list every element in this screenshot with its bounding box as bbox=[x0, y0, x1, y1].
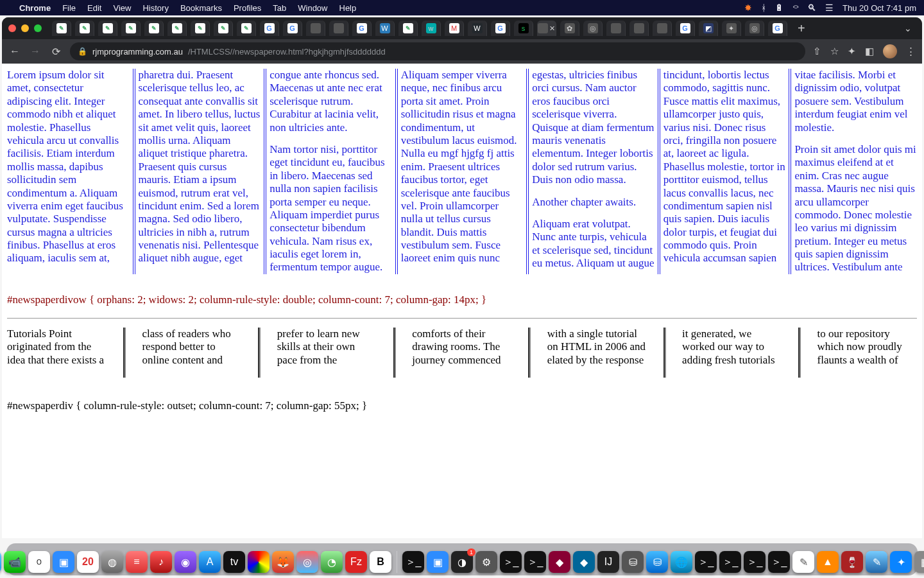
control-center-icon[interactable]: ☰ bbox=[825, 3, 834, 13]
new-tab-button[interactable]: + bbox=[791, 21, 812, 36]
menu-profiles[interactable]: Profiles bbox=[234, 3, 261, 13]
battery-icon[interactable]: 🔋︎ bbox=[775, 3, 784, 13]
tab-overflow-menu-icon[interactable]: ⌄ bbox=[900, 23, 916, 33]
browser-tab[interactable]: ◎ bbox=[745, 21, 764, 36]
lock-icon[interactable]: 🔒 bbox=[78, 47, 87, 56]
window-minimize-icon[interactable] bbox=[21, 24, 29, 32]
wifi-icon[interactable]: ⌔ bbox=[793, 3, 798, 13]
address-bar[interactable]: 🔒 rjmprogramming.com.au/HTMLCSS//newspap… bbox=[70, 42, 805, 60]
menu-tab[interactable]: Tab bbox=[273, 3, 286, 13]
dock-app-term[interactable]: ＞_ bbox=[768, 551, 790, 573]
side-panel-icon[interactable]: ◧ bbox=[865, 46, 874, 57]
dock-app-shell[interactable]: ＞_ bbox=[524, 551, 546, 573]
browser-tab[interactable]: M bbox=[445, 21, 464, 36]
dock-app-db[interactable]: ⛁ bbox=[646, 551, 668, 573]
browser-tab[interactable]: G bbox=[352, 21, 372, 36]
dock-app-opera[interactable]: O bbox=[28, 551, 50, 573]
menu-bookmarks[interactable]: Bookmarks bbox=[180, 3, 222, 13]
menu-file[interactable]: File bbox=[62, 3, 76, 13]
browser-tab[interactable] bbox=[329, 21, 348, 36]
bookmark-star-icon[interactable]: ☆ bbox=[830, 46, 839, 57]
dock-app-ide[interactable]: ◆ bbox=[573, 551, 595, 573]
dock-app-chrome[interactable]: ◎ bbox=[296, 551, 318, 573]
browser-tab[interactable]: s bbox=[514, 21, 533, 36]
browser-tab[interactable]: ✎ bbox=[237, 21, 256, 36]
tab-close-icon[interactable]: ✕ bbox=[549, 24, 555, 33]
dock-app-tool[interactable]: ⚙ bbox=[475, 551, 497, 573]
browser-tab[interactable]: ◎ bbox=[583, 21, 603, 36]
menu-edit[interactable]: Edit bbox=[87, 3, 101, 13]
dock-app-tv[interactable]: tv bbox=[223, 551, 245, 573]
browser-tab[interactable]: ✎ bbox=[144, 21, 164, 36]
dock-app-term[interactable]: ＞_ bbox=[695, 551, 717, 573]
browser-tab-active[interactable]: ✕ bbox=[537, 21, 556, 36]
dock-app-resolve[interactable]: ◑ bbox=[451, 551, 473, 573]
browser-tab[interactable]: W bbox=[468, 21, 487, 36]
browser-tab[interactable] bbox=[306, 21, 325, 36]
menu-help[interactable]: Help bbox=[339, 3, 357, 13]
dock-app-zoom-2[interactable]: ▣ bbox=[427, 551, 449, 573]
dock-app-contacts[interactable]: ◍ bbox=[101, 551, 123, 573]
nav-back-button[interactable]: ← bbox=[8, 46, 21, 57]
browser-tab[interactable] bbox=[653, 21, 672, 36]
dock-app-term[interactable]: ＞_ bbox=[719, 551, 741, 573]
dock-app-earth[interactable]: 🌐 bbox=[671, 551, 692, 573]
dock-app-music[interactable]: ♪ bbox=[150, 551, 172, 573]
dock-app-vlc[interactable]: ▲ bbox=[817, 551, 839, 573]
dock-app-notes[interactable]: ✎ bbox=[792, 551, 814, 573]
dock-app-podcasts[interactable]: ◉ bbox=[175, 551, 196, 573]
browser-tab[interactable]: w bbox=[422, 21, 441, 36]
dock-app-edge[interactable]: ◔ bbox=[321, 551, 343, 573]
browser-tab[interactable]: ✿ bbox=[560, 21, 579, 36]
bluetooth-icon[interactable]: ᚼ bbox=[761, 3, 766, 13]
dock-app-extra[interactable]: ▦ bbox=[914, 551, 924, 573]
dock-app-extra[interactable]: ✦ bbox=[890, 551, 912, 573]
profile-avatar-icon[interactable] bbox=[883, 44, 897, 58]
menubar-clock[interactable]: Thu 20 Oct 7:41 pm bbox=[843, 3, 916, 13]
menu-view[interactable]: View bbox=[113, 3, 131, 13]
dock-app-facetime[interactable]: 📹 bbox=[4, 551, 26, 573]
window-traffic-lights[interactable] bbox=[8, 24, 42, 32]
browser-tab[interactable] bbox=[629, 21, 649, 36]
dock-app-shell[interactable]: ＞_ bbox=[500, 551, 522, 573]
menubar-status-icon[interactable]: ✸ bbox=[744, 3, 752, 13]
dock-app-filezilla[interactable]: Fz bbox=[345, 551, 367, 573]
browser-tab[interactable]: ✎ bbox=[75, 21, 94, 36]
browser-tab[interactable]: ✎ bbox=[191, 21, 210, 36]
menu-window[interactable]: Window bbox=[298, 3, 327, 13]
browser-tab[interactable]: ✎ bbox=[398, 21, 418, 36]
browser-tab[interactable]: G bbox=[260, 21, 279, 36]
browser-tab[interactable]: ✎ bbox=[214, 21, 233, 36]
dock-app-ide[interactable]: ◆ bbox=[549, 551, 570, 573]
chrome-menu-icon[interactable]: ⋮ bbox=[906, 46, 916, 57]
dock-app-bold[interactable]: B bbox=[370, 551, 391, 573]
spotlight-icon[interactable]: 🔍︎ bbox=[807, 3, 816, 13]
browser-tab[interactable]: W bbox=[375, 21, 395, 36]
browser-tab[interactable]: G bbox=[676, 21, 695, 36]
browser-tab[interactable]: ◩ bbox=[699, 21, 718, 36]
menubar-app-name[interactable]: Chrome bbox=[19, 3, 51, 13]
window-close-icon[interactable] bbox=[8, 24, 16, 32]
share-icon[interactable]: ⇧ bbox=[813, 46, 821, 57]
browser-tab[interactable]: G bbox=[768, 21, 787, 36]
dock-app-maps[interactable]: ▲ bbox=[0, 551, 1, 573]
browser-tab[interactable]: ✎ bbox=[98, 21, 117, 36]
browser-tab[interactable]: G bbox=[283, 21, 302, 36]
window-zoom-icon[interactable] bbox=[34, 24, 42, 32]
browser-tab[interactable]: ✦ bbox=[722, 21, 741, 36]
dock-app-edit[interactable]: ✎ bbox=[866, 551, 887, 573]
nav-reload-button[interactable]: ⟳ bbox=[49, 46, 62, 58]
dock-app-terminal[interactable]: ＞_ bbox=[402, 551, 424, 573]
dock-app-db[interactable]: ⛁ bbox=[622, 551, 644, 573]
dock-app-calendar[interactable]: 20 bbox=[77, 551, 99, 573]
browser-tab[interactable]: G bbox=[491, 21, 510, 36]
dock-app-zoom[interactable]: ▣ bbox=[53, 551, 74, 573]
dock-app-reminders[interactable]: ≡ bbox=[126, 551, 148, 573]
browser-tab[interactable]: ✎ bbox=[52, 21, 71, 36]
menu-history[interactable]: History bbox=[142, 3, 168, 13]
dock-app-firefox[interactable]: 🦊 bbox=[272, 551, 294, 573]
browser-tab[interactable] bbox=[606, 21, 626, 36]
dock-app-ide[interactable]: IJ bbox=[597, 551, 619, 573]
nav-forward-button[interactable]: → bbox=[29, 46, 42, 57]
dock-app-palette[interactable] bbox=[248, 551, 270, 573]
